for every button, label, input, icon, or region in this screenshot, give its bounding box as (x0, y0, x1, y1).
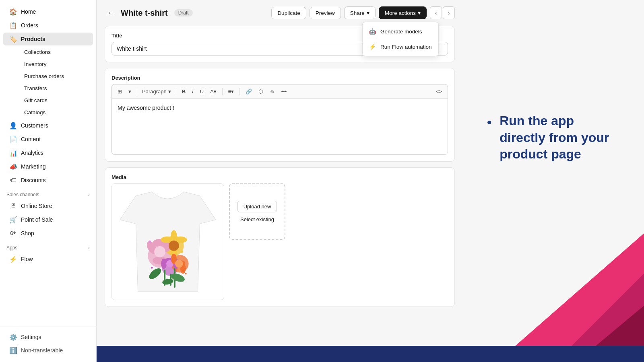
next-arrow[interactable]: › (443, 6, 455, 19)
sidebar-item-orders[interactable]: 📋 Orders (3, 19, 93, 32)
sidebar-label-marketing: Marketing (21, 163, 45, 170)
sidebar-item-purchase-orders[interactable]: Purchase orders (18, 70, 93, 82)
apps-arrow: › (88, 245, 90, 251)
sidebar-item-shop[interactable]: 🛍 Shop (3, 227, 93, 240)
toolbar-bold-button[interactable]: B (180, 87, 188, 96)
back-button[interactable]: ← (105, 8, 117, 18)
description-card: Description ⊞ ▾ Paragraph ▾ B I U A ▾ (105, 68, 455, 162)
sidebar-item-transfers[interactable]: Transfers (18, 82, 93, 94)
svg-point-24 (175, 260, 183, 268)
media-label: Media (111, 174, 448, 180)
apps-label: Apps (6, 245, 17, 251)
upload-new-button[interactable]: Upload new (237, 201, 277, 212)
more-actions-button[interactable]: More actions ▾ (379, 6, 427, 19)
svg-point-16 (169, 241, 179, 251)
sidebar-item-products[interactable]: 🏷️ Products (3, 33, 93, 45)
sidebar-item-inventory[interactable]: Inventory (18, 58, 93, 70)
sidebar-label-purchase-orders: Purchase orders (24, 73, 64, 79)
promo-bullet: • (487, 114, 491, 131)
svg-point-28 (149, 241, 151, 243)
more-actions-label: More actions (385, 10, 416, 16)
sidebar-item-catalogs[interactable]: Catalogs (18, 107, 93, 118)
point-of-sale-icon: 🛒 (10, 216, 17, 223)
toolbar-format-arrow[interactable]: ▾ (126, 87, 134, 96)
toolbar-italic-button[interactable]: I (190, 87, 196, 96)
discounts-icon: 🏷 (10, 177, 17, 184)
toolbar-divider-2 (176, 88, 176, 95)
sidebar-label-online-store: Online Store (21, 203, 52, 209)
sidebar-item-online-store[interactable]: 🖥 Online Store (3, 200, 93, 212)
sidebar-item-point-of-sale[interactable]: 🛒 Point of Sale (3, 213, 93, 226)
text-color-arrow: ▾ (214, 88, 217, 95)
text-color-label: A (210, 88, 214, 95)
prev-arrow[interactable]: ‹ (430, 6, 442, 19)
sidebar-label-catalogs: Catalogs (24, 109, 45, 115)
sidebar-label-gift-cards: Gift cards (24, 97, 47, 103)
description-label: Description (111, 75, 448, 81)
sales-channels-label: Sales channels (6, 192, 39, 197)
sidebar-item-marketing[interactable]: 📣 Marketing (3, 160, 93, 173)
main-area: ← White t-shirt Draft Duplicate Preview … (97, 0, 644, 362)
toolbar-link-button[interactable]: 🔗 (243, 87, 254, 96)
promo-area: • Run the app directly from your product… (463, 0, 644, 346)
toolbar-align-button[interactable]: ≡ ▾ (226, 87, 237, 96)
sidebar-item-gift-cards[interactable]: Gift cards (18, 95, 93, 106)
header-actions: Duplicate Preview Share ▾ More actions ▾… (271, 6, 455, 19)
home-icon: 🏠 (10, 8, 17, 15)
align-icon: ≡ (228, 88, 231, 95)
toolbar-divider-3 (222, 88, 223, 95)
toolbar-paragraph-select[interactable]: Paragraph ▾ (140, 88, 173, 95)
dropdown-item-generate-models[interactable]: 🤖 Generate models (363, 24, 438, 39)
sidebar-label-collections: Collections (24, 49, 51, 55)
description-body[interactable]: My awesome product ! (111, 99, 448, 155)
shop-icon: 🛍 (10, 230, 17, 237)
sales-channels-arrow: › (88, 192, 90, 197)
sidebar-item-non-transferable[interactable]: ℹ️ Non-transferable (3, 344, 93, 357)
sidebar-item-home[interactable]: 🏠 Home (3, 5, 93, 18)
duplicate-button[interactable]: Duplicate (271, 7, 306, 19)
share-label: Share (350, 10, 365, 16)
sidebar-label-analytics: Analytics (21, 150, 43, 156)
flow-icon: ⚡ (10, 255, 17, 263)
svg-point-30 (151, 267, 153, 269)
sidebar-item-analytics[interactable]: 📊 Analytics (3, 146, 93, 159)
media-grid: Upload new Select existing (111, 183, 448, 300)
online-store-icon: 🖥 (10, 202, 17, 210)
preview-button[interactable]: Preview (310, 7, 341, 19)
share-button[interactable]: Share ▾ (344, 6, 376, 19)
select-existing-label[interactable]: Select existing (240, 216, 274, 222)
content-icon: 📄 (10, 136, 17, 143)
sidebar-item-flow[interactable]: ⚡ Flow (3, 253, 93, 265)
customers-icon: 👤 (10, 122, 17, 129)
toolbar-image-button[interactable]: ⬡ (256, 87, 265, 96)
sidebar-item-collections[interactable]: Collections (18, 46, 93, 58)
sidebar-sales-channels-section: Sales channels › (0, 187, 96, 199)
non-transferable-icon: ℹ️ (10, 347, 17, 354)
sidebar-item-settings[interactable]: ⚙️ Settings (3, 331, 93, 343)
toolbar-divider-1 (137, 88, 137, 95)
toolbar-underline-button[interactable]: U (198, 87, 206, 96)
draft-badge: Draft (174, 9, 193, 16)
dropdown-item-run-flow[interactable]: ⚡ Run Flow automation (363, 39, 438, 54)
run-flow-icon: ⚡ (368, 43, 376, 51)
content-panel: ← White t-shirt Draft Duplicate Preview … (97, 0, 644, 346)
toolbar-text-color-button[interactable]: A ▾ (208, 87, 219, 96)
media-card: Media (105, 167, 455, 307)
products-icon: 🏷️ (10, 35, 17, 43)
toolbar-emoji-button[interactable]: ☺ (267, 87, 277, 96)
sidebar-label-orders: Orders (21, 22, 38, 29)
svg-point-31 (185, 273, 187, 274)
media-upload-area[interactable]: Upload new Select existing (229, 183, 285, 240)
sidebar-item-content[interactable]: 📄 Content (3, 133, 93, 146)
analytics-icon: 📊 (10, 149, 17, 156)
media-image[interactable] (111, 183, 224, 300)
run-flow-label: Run Flow automation (380, 44, 432, 50)
toolbar-code-button[interactable]: <> (433, 87, 444, 96)
toolbar-format-icon[interactable]: ⊞ (115, 87, 124, 96)
paragraph-label: Paragraph (142, 88, 167, 95)
sidebar-item-discounts[interactable]: 🏷 Discounts (3, 174, 93, 187)
sidebar-item-customers[interactable]: 👤 Customers (3, 119, 93, 132)
promo-triangles (463, 233, 644, 346)
toolbar-more-button[interactable]: ••• (279, 87, 289, 96)
bottom-bar (97, 346, 644, 362)
